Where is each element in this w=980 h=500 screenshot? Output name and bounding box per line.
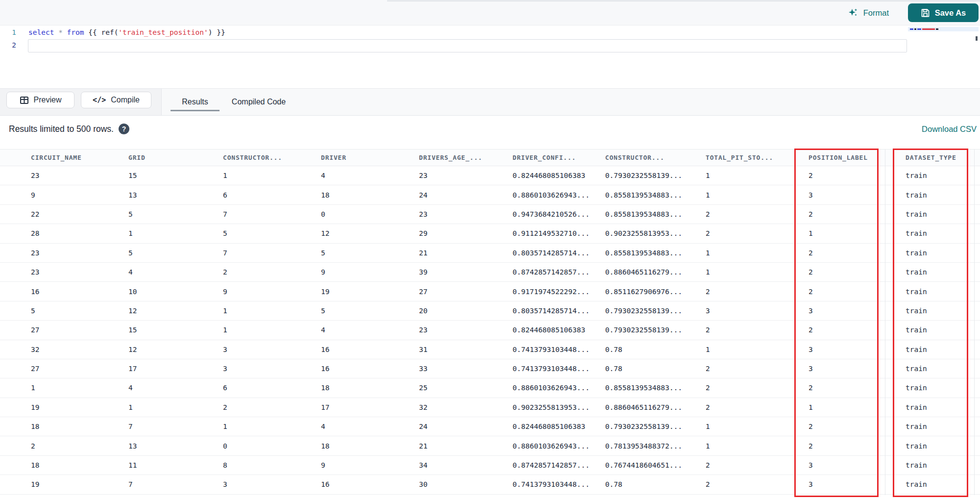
code-token: }} (212, 28, 225, 36)
table-cell: 0.8558139534883... (605, 185, 706, 204)
table-row: 23429390.8742857142857...0.8860465116279… (0, 262, 980, 281)
table-row: 913618240.8860103626943...0.855813953488… (0, 185, 980, 204)
table-cell: train (906, 417, 980, 436)
row-limit-text: Results limited to 500 rows. (9, 124, 114, 134)
table-row: 23575210.8035714285714...0.8558139534883… (0, 243, 980, 262)
tab-compiled-code[interactable]: Compiled Code (229, 89, 288, 115)
table-cell: 0.7930232558139... (605, 417, 706, 436)
column-header: CONSTRUCTOR... (223, 150, 321, 166)
sql-editor[interactable]: 1 2 select * from {{ ref('train_test_pos… (0, 25, 980, 88)
line-number-gutter: 1 2 (0, 26, 22, 51)
column-divider-line (885, 149, 885, 495)
table-cell: 0.8860465116279... (605, 398, 706, 417)
table-cell: 16 (0, 282, 128, 301)
table-cell: 0 (321, 204, 419, 224)
top-edge-strip (387, 0, 980, 1)
table-cell: 2 (223, 398, 321, 417)
code-token: ref( (101, 28, 118, 36)
table-cell: 12 (321, 224, 419, 243)
line-number-1: 1 (0, 26, 22, 39)
results-meta-bar: Results limited to 500 rows. ? Download … (0, 116, 980, 149)
column-header: TOTAL_PIT_STO... (706, 150, 808, 166)
table-cell: 1 (128, 224, 223, 243)
table-cell: 31 (419, 340, 513, 359)
download-csv-link[interactable]: Download CSV (922, 125, 977, 134)
minimap-code-mark (936, 28, 938, 30)
table-cell: 4 (321, 321, 419, 340)
table-cell: 3 (223, 340, 321, 359)
preview-button[interactable]: Preview (6, 92, 74, 108)
table-cell: 16 (321, 359, 419, 378)
table-cell: train (906, 243, 980, 262)
table-cell: 32 (0, 340, 128, 359)
table-cell: 1 (706, 340, 808, 359)
table-cell: 2 (706, 455, 808, 475)
table-cell: 28 (0, 224, 128, 243)
code-token: 'train_test_position' (118, 28, 208, 36)
table-cell: train (906, 378, 980, 398)
code-token: select (28, 28, 54, 36)
table-cell: 0.9023255813953... (605, 224, 706, 243)
compile-button[interactable]: </> Compile (81, 92, 151, 108)
table-cell: 21 (419, 243, 513, 262)
table-cell: 0.8860465116279... (605, 262, 706, 281)
help-icon[interactable]: ? (119, 124, 129, 134)
active-tab-underline (171, 110, 220, 111)
save-as-button[interactable]: Save As (908, 3, 979, 22)
table-cell: 0.8035714285714... (513, 301, 605, 320)
save-as-button-label: Save As (935, 8, 966, 18)
table-cell: 4 (321, 166, 419, 185)
table-cell: 0.7813953488372... (605, 436, 706, 455)
table-cell: 0.824468085106383 (513, 417, 605, 436)
minimap-scroll-indicator[interactable] (976, 36, 978, 41)
column-divider-line (974, 149, 975, 495)
table-cell: 2 (223, 262, 321, 281)
table-cell: train (906, 224, 980, 243)
table-cell: train (906, 321, 980, 340)
table-cell: 7 (223, 243, 321, 262)
tab-compiled-code-label: Compiled Code (232, 98, 286, 106)
column-header: DATASET_TYPE (906, 150, 980, 166)
table-row: 14618250.8860103626943...0.8558139534883… (0, 378, 980, 398)
table-cell: 16 (321, 340, 419, 359)
table-cell: 0.7413793103448... (513, 359, 605, 378)
table-cell: 18 (0, 417, 128, 436)
table-row: 2717316330.7413793103448...0.7823train (0, 359, 980, 378)
table-cell: 2 (706, 204, 808, 224)
table-cell: train (906, 204, 980, 224)
table-cell: 0.8558139534883... (605, 204, 706, 224)
table-cell: 16 (321, 475, 419, 494)
table-cell: 29 (419, 224, 513, 243)
code-area[interactable]: select * from {{ ref('train_test_positio… (28, 26, 906, 39)
table-cell: 19 (0, 398, 128, 417)
editor-minimap[interactable] (908, 26, 979, 86)
format-button[interactable]: Format (845, 4, 892, 22)
table-cell: 0.8035714285714... (513, 243, 605, 262)
table-cell: 2 (808, 262, 906, 281)
tab-results[interactable]: Results (171, 89, 220, 115)
column-header: DRIVER_CONFI... (513, 150, 605, 166)
active-line-input-box[interactable] (28, 39, 907, 52)
table-cell: 5 (223, 224, 321, 243)
query-actions-zone: Preview </> Compile (0, 89, 162, 115)
code-token (63, 28, 67, 36)
table-cell: 3 (223, 475, 321, 494)
code-token: {{ (84, 28, 101, 36)
table-cell: train (906, 475, 980, 494)
table-cell: 17 (321, 398, 419, 417)
table-cell: 22 (0, 204, 128, 224)
table-cell: 4 (128, 378, 223, 398)
table-cell: 9 (321, 262, 419, 281)
table-cell: 23 (419, 166, 513, 185)
table-row: 18714240.8244680851063830.7930232558139.… (0, 417, 980, 436)
column-header: CONSTRUCTOR... (605, 150, 706, 166)
table-row: 197316300.7413793103448...0.7823train (0, 475, 980, 494)
column-header: DRIVER (321, 150, 419, 166)
table-cell: 0.9171974522292... (513, 282, 605, 301)
table-cell: 0.9112149532710... (513, 224, 605, 243)
table-row: 213018210.8860103626943...0.781395348837… (0, 436, 980, 455)
table-cell: 32 (419, 398, 513, 417)
table-cell: 0.9023255813953... (513, 398, 605, 417)
table-cell: 12 (128, 301, 223, 320)
table-cell: 2 (706, 475, 808, 494)
